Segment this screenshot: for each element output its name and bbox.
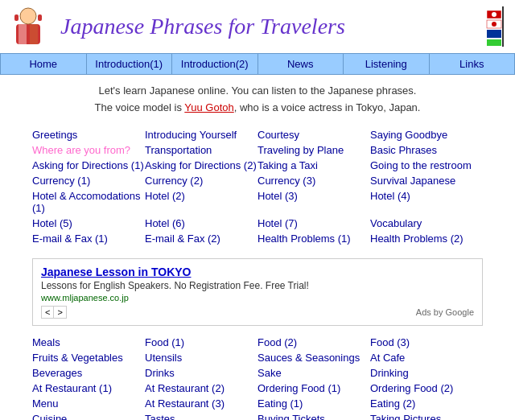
phrase-link[interactable]: Beverages [32,367,82,379]
list-item: Menu [32,397,145,410]
table-row: CuisineTastesBuying TicketsTaking Pictur… [32,413,483,420]
list-item: Basic Phrases [370,144,483,156]
phrase-link[interactable]: Sake [258,367,282,379]
phrase-link[interactable]: Going to the restroom [370,159,472,171]
list-item: Saying Goodbye [370,129,483,141]
phrase-link[interactable]: Hotel (6) [145,217,185,229]
list-item: E-mail & Fax (1) [32,233,145,245]
svg-rect-5 [14,14,19,21]
phrase-link[interactable]: Currency (3) [258,175,315,187]
table-row: Asking for Directions (1)Asking for Dire… [32,159,483,171]
logo [8,6,48,47]
phrase-link[interactable]: At Restaurant (3) [145,397,225,410]
phrase-link[interactable]: Asking for Directions (1) [32,159,144,171]
list-item: Where are you from? [32,144,145,156]
phrase-link[interactable]: Courtesy [258,129,299,141]
phrase-link[interactable]: Currency (2) [145,175,203,187]
phrase-link[interactable]: Drinking [370,367,409,379]
links-section1: GreetingsIntroducing YourselfCourtesySay… [0,125,515,252]
phrase-link[interactable]: Hotel (5) [32,217,72,229]
table-row: Where are you from?TransportationTraveli… [32,144,483,156]
list-item: Food (2) [258,336,370,348]
phrase-link[interactable]: Taking a Taxi [258,159,318,171]
phrase-link[interactable]: At Cafe [370,352,405,364]
phrase-link[interactable]: Food (3) [370,336,410,348]
phrase-link[interactable]: Tastes [145,413,175,420]
phrase-link[interactable]: Meals [32,336,60,348]
phrase-link[interactable]: Sauces & Seasonings [258,352,360,364]
list-item: Food (1) [145,336,258,348]
phrase-link[interactable]: Introducing Yourself [145,129,237,141]
list-item: Taking Pictures [370,413,483,420]
phrase-link[interactable]: E-mail & Fax (1) [32,233,108,245]
phrase-link[interactable]: At Restaurant (2) [145,382,225,394]
phrase-link[interactable]: Fruits & Vegetables [32,352,123,364]
phrase-link[interactable]: Asking for Directions (2) [145,159,257,171]
voice-actress-link[interactable]: Yuu Gotoh [184,101,233,113]
nav-home[interactable]: Home [0,54,87,74]
list-item: Introducing Yourself [145,129,258,141]
ad-footer: < > Ads by Google [41,306,474,319]
nav-intro1[interactable]: Introduction(1) [87,54,173,74]
ad-prev-button[interactable]: < [42,307,54,318]
intro-text: Let's learn Japanese online. You can lis… [0,75,515,125]
table-row: MenuAt Restaurant (3)Eating (1)Eating (2… [32,397,483,410]
phrase-link[interactable]: Health Problems (2) [370,233,464,245]
ad-url: www.mljapanese.co.jp [41,293,474,303]
list-item: Buying Tickets [258,413,370,420]
phrase-link[interactable]: Where are you from? [32,144,130,156]
nav-links[interactable]: Links [430,54,516,74]
phrase-link[interactable]: Hotel & Accomodations (1) [32,190,140,214]
phrase-link[interactable]: Traveling by Plane [258,144,344,156]
phrase-link[interactable]: Health Problems (1) [258,233,351,245]
table-row: Fruits & VegetablesUtensilsSauces & Seas… [32,352,483,364]
svg-point-12 [492,22,496,27]
phrase-link[interactable]: Utensils [145,352,182,364]
phrase-link[interactable]: Cuisine [32,413,67,420]
svg-rect-6 [38,14,42,21]
list-item: Greetings [32,129,145,141]
list-item: Hotel (5) [32,217,145,229]
phrase-link[interactable]: Food (1) [145,336,184,348]
phrase-link[interactable]: Taking Pictures [370,413,441,420]
phrase-link[interactable]: Hotel (4) [370,190,410,202]
nav-listening[interactable]: Listening [344,54,430,74]
phrase-link[interactable]: At Restaurant (1) [32,382,112,394]
phrase-link[interactable]: Basic Phrases [370,144,437,156]
phrase-link[interactable]: Currency (1) [32,175,90,187]
list-item: Currency (3) [258,175,370,187]
list-item: Hotel (4) [370,190,483,214]
phrase-link[interactable]: Menu [32,397,59,410]
ad-title[interactable]: Japanese Lesson in TOKYO [41,266,474,278]
phrase-link[interactable]: Eating (1) [258,397,303,410]
nav-news[interactable]: News [258,54,344,74]
nav-intro2[interactable]: Introduction(2) [172,54,258,74]
phrase-link[interactable]: Saying Goodbye [370,129,447,141]
ads-by-google-label: Ads by Google [416,307,474,317]
phrase-link[interactable]: Hotel (3) [258,190,298,202]
list-item: Going to the restroom [370,159,483,171]
phrase-link[interactable]: Transportation [145,144,212,156]
phrase-link[interactable]: Hotel (2) [145,190,185,202]
phrase-link[interactable]: Drinks [145,367,175,379]
phrase-link[interactable]: E-mail & Fax (2) [145,233,220,245]
table-row: E-mail & Fax (1)E-mail & Fax (2)Health P… [32,233,483,245]
phrase-link[interactable]: Hotel (7) [258,217,298,229]
list-item: Health Problems (1) [258,233,370,245]
phrase-link[interactable]: Vocabulary [370,217,422,229]
phrase-link[interactable]: Buying Tickets [258,413,325,420]
table-row: Hotel & Accomodations (1)Hotel (2)Hotel … [32,190,483,214]
phrase-link[interactable]: Ordering Food (1) [258,382,340,394]
ad-next-button[interactable]: > [54,307,65,318]
phrase-link[interactable]: Survival Japanese [370,175,455,187]
phrase-link[interactable]: Eating (2) [370,397,415,410]
phrase-link[interactable]: Greetings [32,129,77,141]
list-item: Currency (1) [32,175,145,187]
list-item: At Restaurant (3) [145,397,258,410]
table-row: BeveragesDrinksSakeDrinking [32,367,483,379]
list-item: Sake [258,367,370,379]
phrase-link[interactable]: Food (2) [258,336,297,348]
list-item: Currency (2) [145,175,258,187]
phrase-link[interactable]: Ordering Food (2) [370,382,453,394]
list-item: Hotel (3) [258,190,370,214]
